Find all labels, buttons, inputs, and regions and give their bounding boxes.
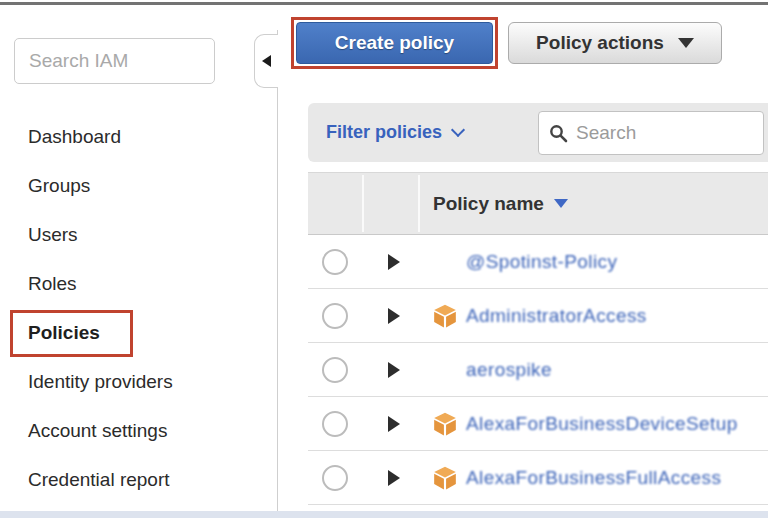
aws-managed-policy-icon xyxy=(432,303,458,329)
policy-search-box xyxy=(538,111,764,155)
row-radio[interactable] xyxy=(322,249,348,275)
policy-name-link[interactable]: AlexaForBusinessDeviceSetup xyxy=(466,413,738,435)
row-radio[interactable] xyxy=(322,465,348,491)
expand-arrow-icon[interactable] xyxy=(388,308,400,324)
aws-managed-policy-icon xyxy=(432,465,458,491)
sort-descending-icon xyxy=(554,199,568,208)
expand-arrow-icon[interactable] xyxy=(388,362,400,378)
expand-arrow-icon[interactable] xyxy=(388,416,400,432)
filter-bar: Filter policies xyxy=(308,103,768,162)
chevron-down-icon xyxy=(678,38,694,48)
table-row: AlexaForBusinessFullAccess xyxy=(308,451,768,505)
sidebar-item-policies[interactable]: Policies xyxy=(0,308,276,357)
policy-name-link[interactable]: @Spotinst-Policy xyxy=(466,251,617,273)
sidebar-nav: Dashboard Groups Users Roles Policies Id… xyxy=(0,112,276,504)
table-row: AdministratorAccess xyxy=(308,289,768,343)
row-radio[interactable] xyxy=(322,411,348,437)
sidebar-item-users[interactable]: Users xyxy=(0,210,276,259)
chevron-down-icon xyxy=(451,122,465,136)
sidebar-item-dashboard[interactable]: Dashboard xyxy=(0,112,276,161)
policy-actions-button[interactable]: Policy actions xyxy=(508,22,722,64)
bottom-crop-strip xyxy=(0,511,768,518)
sidebar-item-credential-report[interactable]: Credential report xyxy=(0,455,276,504)
top-crop-strip xyxy=(0,2,768,5)
filter-policies-dropdown[interactable]: Filter policies xyxy=(326,122,463,143)
sidebar-item-roles[interactable]: Roles xyxy=(0,259,276,308)
policy-table: @Spotinst-Policy AdministratorAccess aer… xyxy=(308,235,768,505)
table-row: @Spotinst-Policy xyxy=(308,235,768,289)
column-separator xyxy=(418,175,420,232)
policy-name-label: Policy name xyxy=(433,193,544,215)
search-icon xyxy=(549,124,568,143)
policy-name-link[interactable]: aerospike xyxy=(466,359,552,381)
sidebar-collapse-button[interactable] xyxy=(254,34,278,88)
column-separator xyxy=(362,175,364,232)
aws-managed-policy-icon xyxy=(432,411,458,437)
table-row: AlexaForBusinessDeviceSetup xyxy=(308,397,768,451)
policy-name-link[interactable]: AdministratorAccess xyxy=(466,305,647,327)
column-header-policy-name[interactable]: Policy name xyxy=(433,173,568,234)
policy-actions-label: Policy actions xyxy=(536,32,664,54)
expand-arrow-icon[interactable] xyxy=(388,254,400,270)
sidebar-item-identity-providers[interactable]: Identity providers xyxy=(0,357,276,406)
search-iam-input[interactable] xyxy=(14,38,215,84)
row-radio[interactable] xyxy=(322,303,348,329)
policy-name-link[interactable]: AlexaForBusinessFullAccess xyxy=(466,467,721,489)
sidebar-item-account-settings[interactable]: Account settings xyxy=(0,406,276,455)
policy-search-input[interactable] xyxy=(576,122,726,144)
sidebar-item-groups[interactable]: Groups xyxy=(0,161,276,210)
create-policy-button[interactable]: Create policy xyxy=(296,22,493,64)
filter-policies-label: Filter policies xyxy=(326,122,442,143)
left-arrow-icon xyxy=(262,55,271,67)
row-radio[interactable] xyxy=(322,357,348,383)
table-row: aerospike xyxy=(308,343,768,397)
table-header: Policy name xyxy=(308,172,768,235)
sidebar-divider xyxy=(277,30,278,511)
expand-arrow-icon[interactable] xyxy=(388,470,400,486)
